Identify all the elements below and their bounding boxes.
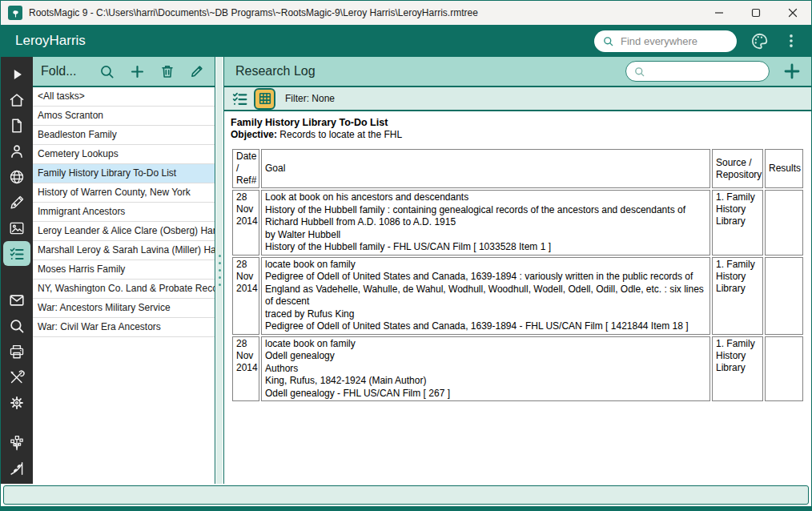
title-bar: RootsMagic 9 - C:\Users\harri\Documents\… — [1, 1, 811, 25]
date-cell: 28 Nov 2014 — [232, 190, 259, 256]
column-header: Results — [765, 149, 803, 188]
research-log-panel: Research Log Filter: None — [223, 57, 811, 484]
print-icon[interactable] — [3, 339, 30, 364]
folder-item[interactable]: Amos Scranton — [33, 107, 215, 126]
table-row[interactable]: 28 Nov 2014Look at book on his ancestors… — [232, 190, 803, 256]
column-header: Date / Ref# — [232, 149, 259, 188]
folder-list: <All tasks>Amos ScrantonBeadleston Famil… — [33, 87, 215, 484]
rootsmagic-app-icon — [8, 6, 22, 20]
delete-task-icon[interactable] — [159, 63, 175, 79]
familysearch-icon[interactable] — [3, 430, 30, 455]
column-header: Goal — [261, 149, 710, 188]
folder-item[interactable]: War: Civil War Era Ancestors — [33, 318, 215, 337]
app-window: RootsMagic 9 - C:\Users\harri\Documents\… — [0, 0, 812, 511]
folder-item[interactable]: Immigrant Ancestors — [33, 203, 215, 222]
task-title: Family History Library To-Do List — [231, 117, 805, 128]
folder-item[interactable]: Family History Library To-Do List — [33, 164, 215, 183]
results-cell — [765, 257, 803, 335]
research-log-title: Research Log — [235, 64, 316, 78]
research-log-content: Family History Library To-Do List Object… — [224, 111, 811, 484]
find-everywhere-input[interactable] — [619, 34, 729, 48]
research-log-table: Date / Ref#GoalSource / RepositoryResult… — [231, 147, 805, 403]
play-icon[interactable] — [3, 62, 30, 87]
add-research-item-icon[interactable] — [782, 62, 802, 81]
list-view-button[interactable] — [231, 90, 249, 108]
panel-splitter[interactable] — [215, 57, 223, 484]
table-header-row: Date / Ref#GoalSource / RepositoryResult… — [232, 149, 803, 188]
database-name: LeroyHarris — [15, 33, 594, 49]
source-cell: 1. Family History Library — [712, 257, 763, 335]
source-cell: 1. Family History Library — [712, 336, 763, 402]
folder-item[interactable]: Beadleston Family — [33, 126, 215, 145]
main-area: Fold... <All tasks>Amos Scran — [1, 57, 811, 484]
tools-icon[interactable] — [3, 364, 30, 389]
window-bottom-edge — [1, 506, 811, 510]
research-log-toolbar: Filter: None — [224, 87, 811, 111]
folder-item[interactable]: Cemetery Lookups — [33, 145, 215, 164]
results-cell — [765, 336, 803, 402]
palette-icon[interactable] — [750, 31, 770, 51]
ancestry-leaf-icon[interactable] — [3, 456, 30, 481]
globe-icon[interactable] — [3, 164, 30, 189]
folder-panel-title: Fold... — [41, 64, 76, 78]
kebab-menu-icon[interactable] — [782, 31, 800, 50]
close-button[interactable] — [774, 1, 811, 25]
research-log-search-input[interactable] — [650, 65, 762, 78]
objective-text: Records to locate at the FHL — [277, 129, 402, 140]
goal-cell: locate book on familyPedigree of Odell o… — [261, 257, 710, 335]
folder-item[interactable]: Marshall Leroy & Sarah Lavina (Miller) H… — [33, 241, 215, 260]
folder-item[interactable]: History of Warren County, New York — [33, 183, 215, 203]
splitter-handle — [219, 255, 221, 286]
app-header: LeroyHarris — [1, 25, 811, 57]
task-objective: Objective: Records to locate at the FHL — [231, 129, 805, 140]
grid-view-button[interactable] — [254, 88, 275, 110]
add-task-icon[interactable] — [129, 63, 146, 80]
folder-search-icon[interactable] — [98, 63, 115, 80]
window-title: RootsMagic 9 - C:\Users\harri\Documents\… — [29, 7, 701, 18]
media-icon[interactable] — [3, 215, 30, 240]
folder-panel-header: Fold... — [33, 57, 215, 87]
search-icon — [602, 35, 614, 47]
date-cell: 28 Nov 2014 — [232, 257, 259, 335]
folder-item[interactable]: Leroy Leander & Alice Clare (Osberg) Har… — [33, 222, 215, 241]
search-icon[interactable] — [3, 313, 30, 338]
filter-status: Filter: None — [285, 93, 335, 104]
home-icon[interactable] — [3, 87, 30, 112]
goal-cell: locate book on familyOdell genealogyAuth… — [261, 336, 710, 402]
folder-item[interactable]: <All tasks> — [33, 87, 215, 107]
results-cell — [765, 190, 803, 256]
folder-item[interactable]: War: Ancestors Military Service — [33, 299, 215, 318]
status-bar — [3, 485, 809, 505]
table-row[interactable]: 28 Nov 2014locate book on familyOdell ge… — [232, 336, 803, 402]
sidebar-rail — [1, 57, 33, 484]
search-icon — [633, 66, 645, 78]
folder-panel: Fold... <All tasks>Amos Scran — [33, 57, 215, 484]
research-log-search[interactable] — [625, 61, 770, 82]
column-header: Source / Repository — [712, 149, 763, 188]
research-log-header: Research Log — [224, 57, 811, 87]
tasks-icon[interactable] — [3, 241, 30, 266]
find-everywhere-search[interactable] — [594, 30, 737, 52]
maximize-button[interactable] — [738, 1, 774, 25]
goal-cell: Look at book on his ancestors and descen… — [261, 190, 710, 256]
source-cell: 1. Family History Library — [712, 190, 763, 256]
folder-item[interactable]: NY, Washington Co. Land & Probate Record… — [33, 280, 215, 299]
pen-icon[interactable] — [3, 190, 30, 215]
document-icon[interactable] — [3, 113, 30, 138]
person-icon[interactable] — [3, 139, 30, 163]
settings-icon[interactable] — [3, 390, 30, 415]
edit-task-icon[interactable] — [189, 63, 205, 79]
mail-icon[interactable] — [3, 288, 30, 312]
date-cell: 28 Nov 2014 — [232, 336, 259, 402]
minimize-button[interactable] — [701, 1, 738, 25]
objective-label: Objective: — [231, 129, 277, 140]
folder-item[interactable]: Moses Harris Family — [33, 260, 215, 280]
table-row[interactable]: 28 Nov 2014locate book on familyPedigree… — [232, 257, 803, 335]
